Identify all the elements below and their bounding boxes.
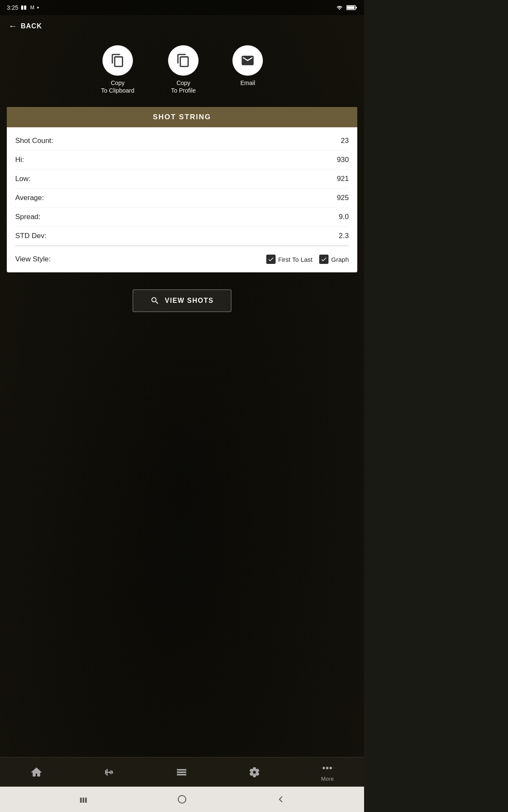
spread-label: Spread: xyxy=(15,213,41,221)
std-dev-label: STD Dev: xyxy=(15,232,47,240)
card-body: Shot Count: 23 Hi: 930 Low: 921 Average:… xyxy=(7,127,357,272)
shot-string-card: SHOT STRING Shot Count: 23 Hi: 930 Low: … xyxy=(7,107,357,272)
card-header-text: SHOT STRING xyxy=(153,113,211,121)
divider xyxy=(15,246,349,246)
back-button[interactable]: ← BACK xyxy=(8,21,42,31)
std-dev-value: 2.3 xyxy=(339,232,349,240)
shot-count-label: Shot Count: xyxy=(15,137,53,145)
back-arrow-icon: ← xyxy=(8,21,17,31)
svg-rect-0 xyxy=(21,5,23,10)
low-value: 921 xyxy=(337,175,349,183)
dot-icon: • xyxy=(37,4,39,11)
hi-label: Hi: xyxy=(15,156,24,164)
checkmark-icon xyxy=(268,256,274,263)
svg-rect-3 xyxy=(356,7,357,8)
copy-clipboard-button[interactable]: Copy To Clipboard xyxy=(101,45,135,94)
back-label: BACK xyxy=(21,22,42,30)
stat-low: Low: 921 xyxy=(15,170,349,189)
average-label: Average: xyxy=(15,194,44,202)
view-shots-container: VIEW SHOTS xyxy=(0,289,364,312)
status-icons xyxy=(335,5,357,11)
email-button[interactable]: Email xyxy=(232,45,263,94)
graph-checkbox-box xyxy=(319,255,329,264)
average-value: 925 xyxy=(337,194,349,202)
first-to-last-checkbox[interactable]: First To Last xyxy=(266,255,312,264)
action-buttons-row: Copy To Clipboard Copy To Profile xyxy=(0,37,364,107)
copy-clipboard-circle xyxy=(102,45,133,76)
stat-std-dev: STD Dev: 2.3 xyxy=(15,227,349,246)
svg-rect-1 xyxy=(24,5,26,10)
stat-shot-count: Shot Count: 23 xyxy=(15,132,349,151)
graph-checkmark-icon xyxy=(320,256,327,263)
view-style-label: View Style: xyxy=(15,255,51,263)
email-icon xyxy=(240,53,255,68)
view-shots-button[interactable]: VIEW SHOTS xyxy=(133,289,231,312)
copy-profile-button[interactable]: Copy To Profile xyxy=(168,45,199,94)
header: ← BACK xyxy=(0,15,364,37)
graph-label: Graph xyxy=(331,256,349,263)
status-time: 3:25 M • xyxy=(7,4,39,11)
graph-checkbox[interactable]: Graph xyxy=(319,255,349,264)
card-header: SHOT STRING xyxy=(7,107,357,127)
spread-value: 9.0 xyxy=(339,213,349,221)
wifi-icon xyxy=(335,5,344,11)
sim-icon xyxy=(21,5,28,11)
view-style-options: First To Last Graph xyxy=(266,255,349,264)
time-display: 3:25 xyxy=(7,4,18,11)
carrier-icon: M xyxy=(30,5,34,11)
stat-average: Average: 925 xyxy=(15,189,349,208)
shot-count-value: 23 xyxy=(341,137,349,145)
low-label: Low: xyxy=(15,175,30,183)
search-icon xyxy=(150,296,160,305)
svg-rect-4 xyxy=(347,6,355,9)
status-bar: 3:25 M • xyxy=(0,0,364,15)
copy-clipboard-label: Copy To Clipboard xyxy=(101,79,135,94)
copy-clipboard-icon xyxy=(110,53,125,68)
copy-profile-circle xyxy=(168,45,199,76)
email-circle xyxy=(232,45,263,76)
view-shots-label: VIEW SHOTS xyxy=(165,297,213,304)
view-style-row: View Style: First To Last xyxy=(15,250,349,268)
hi-value: 930 xyxy=(337,156,349,164)
first-to-last-label: First To Last xyxy=(278,256,312,263)
first-to-last-checkbox-box xyxy=(266,255,276,264)
email-label: Email xyxy=(240,79,255,87)
copy-profile-label: Copy To Profile xyxy=(171,79,196,94)
copy-profile-icon xyxy=(176,53,190,68)
stat-spread: Spread: 9.0 xyxy=(15,208,349,227)
stat-hi: Hi: 930 xyxy=(15,151,349,170)
battery-icon xyxy=(346,5,357,11)
